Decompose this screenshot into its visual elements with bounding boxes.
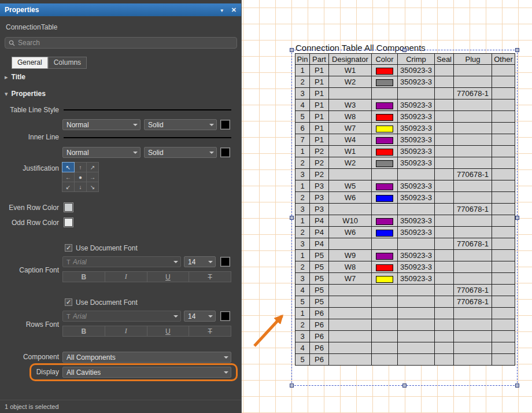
table-cell: P2 [310, 169, 329, 180]
panel-title: Properties [5, 6, 39, 14]
table-cell [435, 134, 454, 146]
table-cell [372, 285, 398, 296]
dropdown-arrow-icon [133, 124, 138, 126]
column-header: Other [492, 54, 515, 65]
component-dropdown[interactable]: All Components [62, 352, 231, 363]
justification-button-0[interactable]: ↖ [62, 162, 75, 172]
table-row: 3P3770678-1 [295, 204, 515, 215]
table-cell [398, 238, 435, 250]
caption-strikethrough-button[interactable]: T [189, 271, 231, 282]
rows-font-color-swatch[interactable] [220, 311, 230, 321]
inner-line-pattern-dropdown[interactable]: Solid [144, 147, 217, 158]
table-cell [454, 192, 492, 204]
wire-color-swatch [376, 137, 393, 144]
table-cell [435, 169, 454, 180]
table-cell: 2 [295, 157, 310, 169]
odd-row-color-swatch[interactable] [64, 217, 73, 227]
justification-button-5[interactable]: → [86, 172, 99, 182]
rows-font-size-dropdown[interactable]: 14 [184, 311, 216, 322]
table-cell [454, 261, 492, 273]
tab-general[interactable]: General [12, 57, 48, 69]
wire-color-swatch [376, 160, 393, 167]
table-cell [492, 319, 515, 331]
table-cell [372, 204, 398, 215]
justification-button-6[interactable]: ↙ [62, 182, 75, 192]
caption-font-color-swatch[interactable] [220, 257, 230, 267]
caption-underline-button[interactable]: U [147, 271, 190, 282]
table-cell [492, 65, 515, 76]
table-cell [372, 273, 398, 285]
table-cell [492, 123, 515, 134]
caption-italic-button[interactable]: I [105, 271, 147, 282]
section-title[interactable]: Title [5, 73, 25, 81]
even-row-color-swatch[interactable] [64, 202, 73, 212]
caption-bold-button[interactable]: B [62, 271, 105, 282]
selection-handle[interactable] [290, 216, 294, 220]
selection-handle[interactable] [290, 384, 294, 388]
panel-menu-icon[interactable] [220, 6, 224, 14]
justification-button-3[interactable]: ← [62, 172, 75, 182]
inner-line-label: Inner Line [2, 132, 59, 143]
wire-color-swatch [376, 114, 393, 121]
wire-color-swatch [376, 68, 393, 75]
rows-font-name-dropdown[interactable]: Arial [62, 311, 181, 322]
justification-button-8[interactable]: ↘ [86, 182, 99, 192]
table-cell [372, 308, 398, 319]
selection-handle[interactable] [515, 216, 519, 220]
caption-font-name-dropdown[interactable]: Arial [62, 256, 181, 267]
table-row: 5P5770678-1 [295, 296, 515, 308]
table-cell: 2 [295, 227, 310, 238]
dropdown-arrow-icon [209, 152, 214, 154]
rows-bold-button[interactable]: B [62, 326, 105, 337]
checkmark-icon [66, 299, 71, 305]
table-cell: 3 [295, 238, 310, 250]
table-cell [492, 180, 515, 192]
table-cell: W1 [329, 65, 372, 76]
search-input[interactable] [18, 39, 233, 47]
table-cell [492, 261, 515, 273]
table-line-color-swatch[interactable] [220, 120, 230, 130]
rows-strikethrough-button[interactable]: T [189, 326, 231, 337]
justification-button-4[interactable]: ● [74, 172, 87, 182]
table-cell: 7 [295, 134, 310, 146]
close-icon[interactable] [231, 6, 237, 14]
selection-handle[interactable] [402, 48, 407, 52]
table-cell [372, 331, 398, 342]
display-dropdown[interactable]: All Cavities [62, 367, 231, 378]
caption-font-size-dropdown[interactable]: 14 [184, 256, 216, 267]
table-cell: 350923-3 [398, 65, 435, 76]
table-cell [435, 261, 454, 273]
rows-use-document-font-checkbox[interactable] [65, 298, 72, 306]
table-cell [435, 308, 454, 319]
table-cell [435, 111, 454, 123]
selection-handle[interactable] [515, 384, 519, 388]
table-cell [492, 273, 515, 285]
table-cell [329, 238, 372, 250]
rows-underline-button[interactable]: U [147, 326, 190, 337]
tab-columns[interactable]: Columns [48, 57, 87, 69]
table-cell [492, 146, 515, 157]
table-row: 1P6 [295, 308, 515, 319]
table-cell [492, 204, 515, 215]
table-line-pattern-dropdown[interactable]: Solid [144, 119, 217, 130]
table-cell [372, 238, 398, 250]
inner-line-weight-dropdown[interactable]: Normal [62, 147, 141, 158]
inner-line-color-swatch[interactable] [220, 148, 230, 157]
justification-button-1[interactable]: ↑ [74, 162, 87, 172]
table-cell [454, 227, 492, 238]
table-cell: 5 [295, 296, 310, 308]
table-line-weight-dropdown[interactable]: Normal [62, 119, 141, 130]
table-cell [435, 204, 454, 215]
connection-table[interactable]: PinPartDesignatorColorCrimpSealPlugOther… [295, 53, 515, 366]
selection-handle[interactable] [290, 48, 294, 52]
section-properties[interactable]: Properties [5, 90, 46, 98]
justification-button-2[interactable]: ↗ [86, 162, 99, 172]
caption-use-document-font-checkbox[interactable] [65, 244, 72, 252]
table-cell: P1 [310, 123, 329, 134]
selection-handle[interactable] [402, 384, 407, 388]
justification-button-7[interactable]: ↓ [74, 182, 87, 192]
table-cell: P1 [310, 88, 329, 99]
selection-handle[interactable] [515, 48, 519, 52]
rows-italic-button[interactable]: I [105, 326, 147, 337]
table-cell: P4 [310, 227, 329, 238]
